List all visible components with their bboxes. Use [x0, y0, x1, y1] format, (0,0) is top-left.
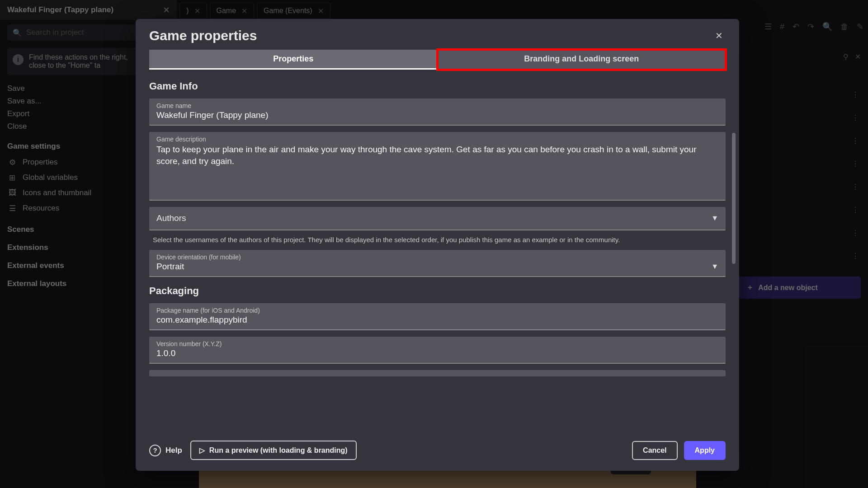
field-device-orientation[interactable]: Device orientation (for mobile) Portrait…: [149, 250, 726, 277]
authors-helper-text: Select the usernames of the authors of t…: [149, 235, 726, 250]
help-button[interactable]: ? Help: [149, 445, 182, 456]
orientation-value: Portrait: [156, 262, 711, 272]
field-label: Package name (for iOS and Android): [156, 307, 718, 314]
field-package-name[interactable]: Package name (for iOS and Android): [149, 303, 726, 330]
run-preview-button[interactable]: ▷ Run a preview (with loading & branding…: [190, 441, 357, 460]
package-name-input[interactable]: [156, 315, 718, 325]
modal-footer: ? Help ▷ Run a preview (with loading & b…: [136, 432, 739, 471]
cancel-button[interactable]: Cancel: [632, 441, 677, 460]
modal-title: Game properties: [149, 28, 257, 43]
play-icon: ▷: [199, 446, 205, 455]
section-packaging: Packaging: [149, 285, 726, 297]
chevron-down-icon: ▼: [711, 263, 718, 271]
apply-button[interactable]: Apply: [684, 441, 726, 460]
help-icon: ?: [149, 445, 161, 456]
modal-close-button[interactable]: ✕: [712, 29, 726, 42]
field-game-name[interactable]: Game name: [149, 99, 726, 126]
modal-body: Game Info Game name Game description Aut…: [136, 70, 739, 432]
version-number-input[interactable]: [156, 348, 718, 358]
game-description-input[interactable]: [156, 144, 718, 193]
partial-field[interactable]: [149, 370, 726, 376]
tab-properties[interactable]: Properties: [149, 50, 438, 70]
field-label: Game description: [156, 136, 718, 143]
tab-branding-loading[interactable]: Branding and Loading screen: [438, 50, 726, 70]
field-label: Version number (X.Y.Z): [156, 340, 718, 347]
scrollbar[interactable]: [732, 133, 736, 264]
modal-tabs: Properties Branding and Loading screen: [149, 50, 726, 70]
field-label: Device orientation (for mobile): [156, 253, 718, 261]
field-label: Game name: [156, 102, 718, 109]
game-name-input[interactable]: [156, 110, 718, 120]
authors-label: Authors: [156, 213, 186, 223]
field-version-number[interactable]: Version number (X.Y.Z): [149, 337, 726, 364]
field-authors[interactable]: Authors ▼: [149, 207, 726, 230]
field-game-description[interactable]: Game description: [149, 132, 726, 201]
section-game-info: Game Info: [149, 80, 726, 92]
chevron-down-icon: ▼: [711, 214, 718, 222]
game-properties-modal: Game properties ✕ Properties Branding an…: [136, 19, 739, 471]
